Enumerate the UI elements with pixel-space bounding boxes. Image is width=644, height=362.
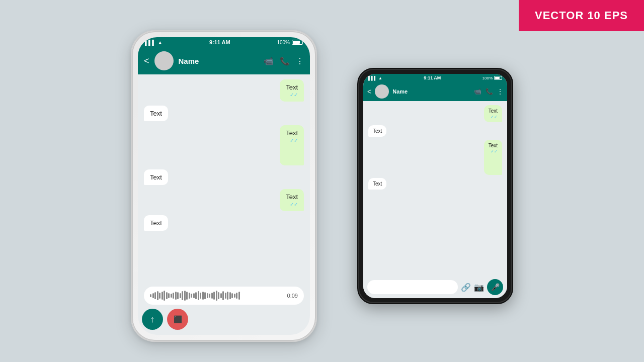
phone2-header-icons: 📹 📞 ⋮: [474, 88, 503, 95]
phone1-voice-time: 0:09: [287, 293, 298, 299]
phone2-wifi-icon: ▲: [378, 76, 382, 80]
phones-container: ▌▌▌ ▲ 9:11 AM 100% < Name 📹 📞: [131, 30, 513, 342]
phone2-camera-icon[interactable]: 📷: [474, 283, 484, 292]
phone2-back-button[interactable]: <: [367, 87, 371, 96]
vector-badge: VECTOR 10 EPS: [519, 0, 644, 31]
phone2-battery-area: 100%: [482, 76, 502, 80]
phone1-send-area: ↑ ⬛: [138, 309, 310, 335]
phone1-signal-icon: ▌▌▌: [145, 40, 155, 45]
phone1-msg-sent-2: Text ✓✓: [280, 125, 304, 165]
phone1-avatar: [154, 51, 174, 70]
phone2-avatar: [375, 84, 389, 99]
phone2-chat-body: Text ✓✓ Text Text ✓✓ Text: [363, 101, 507, 276]
phone1-msg-received-2: Text: [144, 169, 168, 185]
phone1-msg-sent-3: Text ✓✓: [280, 189, 304, 211]
phone1-status-bar: ▌▌▌ ▲ 9:11 AM 100%: [138, 37, 310, 47]
phone2-menu-icon[interactable]: ⋮: [497, 88, 503, 95]
phone1-waveform: [150, 291, 284, 301]
phone2-msg-received-1: Text: [368, 125, 386, 137]
phone1-back-button[interactable]: <: [144, 56, 149, 66]
phone2-msg-sent-2: Text ✓✓: [484, 140, 502, 175]
phone1-battery-icon: [292, 40, 303, 45]
phone1-call-icon[interactable]: 📞: [280, 56, 290, 66]
phone2-call-icon[interactable]: 📞: [486, 88, 493, 95]
phone2-device: ▌▌▌ ▲ 9:11 AM 100% < Name 📹 📞: [357, 68, 513, 304]
phone2-signal-icon: ▌▌▌: [368, 76, 377, 80]
phone1-header-icons: 📹 📞 ⋮: [264, 56, 304, 66]
phone1-msg-sent-1: Text ✓✓: [280, 79, 304, 102]
phone2-tick-1: ✓✓: [489, 115, 498, 119]
phone2-signal-icons: ▌▌▌ ▲: [368, 76, 382, 80]
phone2-time: 9:11 AM: [424, 75, 441, 80]
phone1-battery-area: 100%: [277, 40, 303, 45]
phone2-tick-2: ✓✓: [489, 149, 498, 154]
phone1-battery-pct: 100%: [277, 40, 290, 45]
phone1-tick-1: ✓✓: [286, 92, 298, 98]
phone1-msg-sent-2-text: Text: [286, 129, 298, 137]
phone2-msg-sent-1: Text ✓✓: [484, 105, 502, 122]
phone1-contact-name: Name: [179, 57, 259, 65]
phone2-text-input[interactable]: [367, 280, 458, 294]
phone1-msg-received-1: Text: [144, 106, 168, 121]
phone1-msg-received-1-text: Text: [150, 110, 162, 117]
phone1-msg-sent-1-text: Text: [286, 83, 298, 91]
phone2-battery-icon: [494, 76, 502, 80]
phone1-device: ▌▌▌ ▲ 9:11 AM 100% < Name 📹 📞: [131, 30, 317, 342]
phone2-msg-received-2-text: Text: [373, 181, 382, 187]
phone2-mic-button[interactable]: 🎤: [487, 279, 503, 295]
phone2-attachment-icon[interactable]: 🔗: [461, 283, 471, 292]
phone1-menu-icon[interactable]: ⋮: [296, 56, 304, 66]
phone2-chat-header: < Name 📹 📞 ⋮: [363, 82, 507, 101]
phone2-screen: ▌▌▌ ▲ 9:11 AM 100% < Name 📹 📞: [363, 74, 507, 298]
phone1-chat-body: Text ✓✓ Text Text ✓✓ Text Text: [138, 74, 310, 287]
phone2-msg-received-2: Text: [368, 178, 386, 190]
phone2-input-area: 🔗 📷 🎤: [363, 276, 507, 298]
phone2-msg-sent-1-text: Text: [489, 108, 498, 114]
phone1-signal-icons: ▌▌▌ ▲: [145, 40, 163, 45]
phone1-time: 9:11 AM: [209, 39, 230, 45]
phone1-msg-received-2-text: Text: [150, 173, 162, 181]
phone1-screen: ▌▌▌ ▲ 9:11 AM 100% < Name 📹 📞: [138, 37, 310, 335]
phone1-msg-received-3-text: Text: [150, 219, 162, 227]
phone2-battery-pct: 100%: [482, 76, 493, 80]
phone1-wifi-icon: ▲: [157, 40, 163, 45]
phone1-msg-sent-3-text: Text: [286, 193, 298, 201]
phone2-status-bar: ▌▌▌ ▲ 9:11 AM 100%: [363, 74, 507, 82]
phone1-video-icon[interactable]: 📹: [264, 56, 274, 66]
phone1-chat-header: < Name 📹 📞 ⋮: [138, 47, 310, 74]
phone1-send-button[interactable]: ↑: [142, 309, 163, 330]
phone1-voice-bar: 0:09: [144, 287, 304, 305]
phone1-tick-2: ✓✓: [286, 138, 298, 143]
phone2-video-icon[interactable]: 📹: [474, 88, 481, 95]
phone1-msg-received-3: Text: [144, 215, 168, 231]
phone2-contact-name: Name: [392, 88, 470, 95]
phone1-tick-3: ✓✓: [286, 202, 298, 207]
phone2-msg-received-1-text: Text: [373, 128, 382, 134]
phone1-record-button[interactable]: ⬛: [167, 309, 188, 330]
phone2-msg-sent-2-text: Text: [489, 143, 498, 148]
